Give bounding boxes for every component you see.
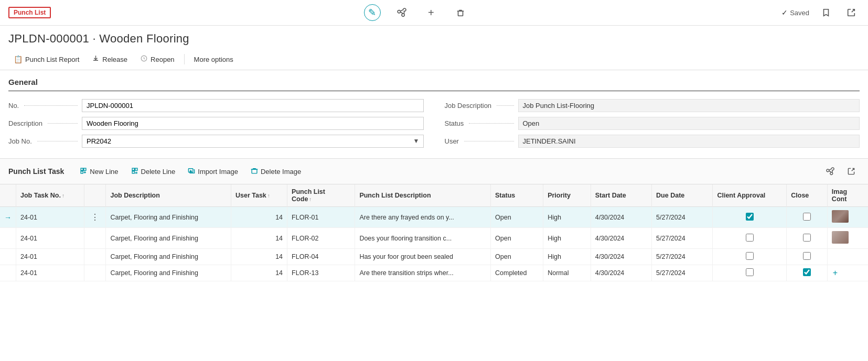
punch-list-task-section: Punch List Task New Line Delete Line xyxy=(0,158,868,281)
page-tag: Punch List xyxy=(8,7,51,18)
row-close-1[interactable] xyxy=(787,228,828,249)
punch-list-task-header: Punch List Task New Line Delete Line xyxy=(0,158,868,184)
row-punch-code-2: FLOR-04 xyxy=(287,249,355,265)
row-start-date-1: 4/30/2024 xyxy=(591,228,651,249)
row-image-3: + xyxy=(827,265,868,281)
no-label: No. xyxy=(8,102,82,110)
row-close-0[interactable] xyxy=(787,207,828,228)
description-input[interactable] xyxy=(82,117,424,130)
no-input[interactable] xyxy=(82,99,424,112)
record-title: JPLDN-000001 · Wooden Flooring xyxy=(0,26,868,49)
action-separator xyxy=(184,54,185,64)
row-plus-3[interactable]: + xyxy=(832,268,839,278)
svg-rect-0 xyxy=(458,11,463,16)
row-due-date-3: 5/27/2024 xyxy=(652,265,713,281)
row-punch-code-3: FLOR-13 xyxy=(287,265,355,281)
punch-code-sort-icon: ↑ xyxy=(309,196,312,202)
row-client-approval-0[interactable] xyxy=(713,207,787,228)
svg-rect-5 xyxy=(132,168,134,170)
release-icon xyxy=(92,54,100,64)
row-dots-3 xyxy=(84,265,106,281)
col-start-date: Start Date xyxy=(591,184,651,207)
row-job-task-no-2: 24-01 xyxy=(16,249,84,265)
row-job-task-no-0: 24-01 xyxy=(16,207,84,228)
reopen-button[interactable]: Reopen xyxy=(135,52,180,67)
svg-rect-2 xyxy=(81,168,83,170)
svg-rect-6 xyxy=(135,168,137,170)
row-user-task-3: 14 xyxy=(231,265,287,281)
task-share-button[interactable] xyxy=(822,163,839,180)
row-job-desc-1: Carpet, Flooring and Finishing xyxy=(106,228,231,249)
svg-rect-9 xyxy=(252,169,257,173)
form-col-left: No. Description Job No. PR2042 ▼ xyxy=(8,96,424,150)
row-dots-1 xyxy=(84,228,106,249)
table-row: 24-01 Carpet, Flooring and Finishing 14 … xyxy=(0,228,868,249)
job-task-sort-icon: ↑ xyxy=(62,193,65,199)
form-col-right: Job Description Job Punch List-Flooring … xyxy=(445,96,860,150)
row-context-menu-0[interactable]: ⋮ xyxy=(89,212,101,222)
add-button[interactable]: + xyxy=(423,4,440,21)
new-line-button[interactable]: New Line xyxy=(74,165,123,178)
table-header-row: Job Task No.↑ Job Description User Task↑… xyxy=(0,184,868,207)
row-arrow-3 xyxy=(0,265,16,281)
col-due-date: Due Date xyxy=(652,184,713,207)
action-bar: 📋 Punch List Report Release Reopen More … xyxy=(0,49,868,70)
saved-status: ✓ Saved xyxy=(781,8,809,17)
row-close-3[interactable] xyxy=(787,265,828,281)
row-start-date-2: 4/30/2024 xyxy=(591,249,651,265)
row-job-task-no-3: 24-01 xyxy=(16,265,84,281)
table-row: → 24-01 ⋮ Carpet, Flooring and Finishing… xyxy=(0,207,868,228)
col-status: Status xyxy=(491,184,543,207)
row-client-approval-2[interactable] xyxy=(713,249,787,265)
import-image-button[interactable]: Import Image xyxy=(183,165,243,178)
open-new-button[interactable] xyxy=(843,4,860,21)
svg-rect-4 xyxy=(81,171,83,173)
row-due-date-2: 5/27/2024 xyxy=(652,249,713,265)
row-user-task-1: 14 xyxy=(231,228,287,249)
col-user-task[interactable]: User Task↑ xyxy=(231,184,287,207)
import-image-label: Import Image xyxy=(198,168,238,176)
row-image-2 xyxy=(827,249,868,265)
punch-list-report-button[interactable]: 📋 Punch List Report xyxy=(8,52,84,66)
row-dots-0[interactable]: ⋮ xyxy=(84,207,106,228)
row-start-date-3: 4/30/2024 xyxy=(591,265,651,281)
delete-line-button[interactable]: Delete Line xyxy=(126,165,181,178)
delete-image-icon xyxy=(251,167,258,176)
share-button[interactable] xyxy=(393,4,410,21)
row-client-approval-1[interactable] xyxy=(713,228,787,249)
release-button[interactable]: Release xyxy=(87,52,133,67)
table-row: 24-01 Carpet, Flooring and Finishing 14 … xyxy=(0,249,868,265)
col-priority: Priority xyxy=(543,184,591,207)
job-description-value: Job Punch List-Flooring xyxy=(518,99,860,112)
row-client-approval-3[interactable] xyxy=(713,265,787,281)
row-punch-desc-1: Does your flooring transition c... xyxy=(355,228,491,249)
report-label: Punch List Report xyxy=(25,56,79,63)
col-punch-list-code[interactable]: Punch ListCode↑ xyxy=(287,184,355,207)
col-job-desc: Job Description xyxy=(106,184,231,207)
edit-button[interactable]: ✎ xyxy=(364,4,381,21)
row-status-3: Completed xyxy=(491,265,543,281)
user-value: JETINDER.SAINI xyxy=(518,135,860,148)
col-job-task-no[interactable]: Job Task No.↑ xyxy=(16,184,84,207)
more-options-button[interactable]: More options xyxy=(189,53,239,66)
delete-button[interactable] xyxy=(452,4,469,21)
task-open-button[interactable] xyxy=(843,163,860,180)
row-punch-code-1: FLOR-02 xyxy=(287,228,355,249)
status-label: Status xyxy=(445,119,518,127)
row-priority-1: High xyxy=(543,228,591,249)
row-job-desc-3: Carpet, Flooring and Finishing xyxy=(106,265,231,281)
row-thumb-0 xyxy=(832,210,849,223)
row-punch-code-0: FLOR-01 xyxy=(287,207,355,228)
bookmark-button[interactable] xyxy=(818,4,834,21)
saved-text: Saved xyxy=(790,9,809,17)
col-close: Close xyxy=(787,184,828,207)
job-description-label: Job Description xyxy=(445,102,518,110)
row-status-2: Open xyxy=(491,249,543,265)
user-row: User JETINDER.SAINI xyxy=(445,132,860,150)
row-dots-2 xyxy=(84,249,106,265)
delete-image-button[interactable]: Delete Image xyxy=(245,165,306,178)
sub-header-right xyxy=(822,163,860,180)
job-no-select-wrap: PR2042 ▼ xyxy=(82,135,424,148)
row-close-2[interactable] xyxy=(787,249,828,265)
job-no-select[interactable]: PR2042 xyxy=(82,135,424,148)
